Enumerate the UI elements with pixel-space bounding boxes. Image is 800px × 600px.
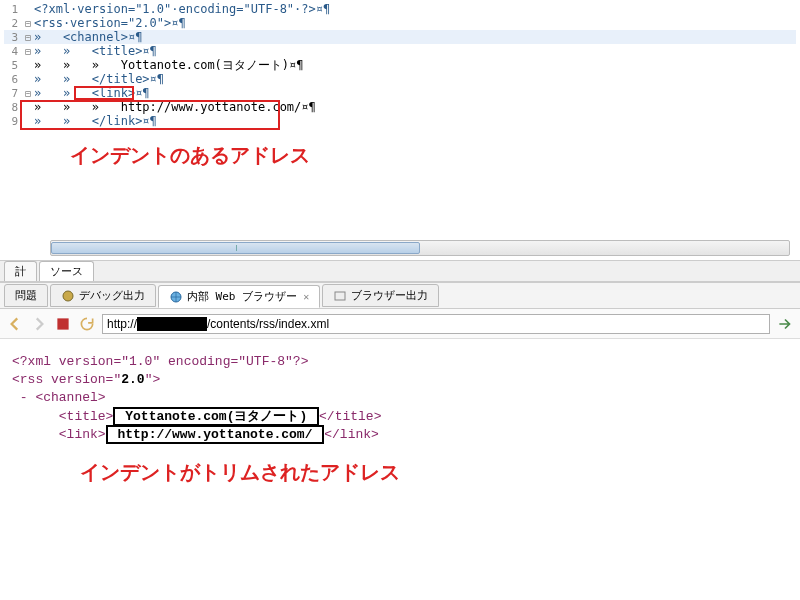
line-number: 7 bbox=[4, 87, 22, 100]
tab-label: 問題 bbox=[15, 288, 37, 303]
tab-label: デバッグ出力 bbox=[79, 288, 145, 303]
line-number: 8 bbox=[4, 101, 22, 114]
boxed-link: http://www.yottanote.com/ bbox=[106, 425, 325, 444]
bc-text: - <channel> bbox=[12, 390, 106, 405]
annotation-trimmed-address: インデントがトリムされたアドレス bbox=[80, 459, 400, 486]
code-area[interactable]: 1<?xml·version="1.0"·encoding="UTF-8"·?>… bbox=[0, 0, 800, 130]
refresh-button[interactable] bbox=[78, 315, 96, 333]
bottom-view-tabs: 問題 デバッグ出力 内部 Web ブラウザー ✕ ブラウザー出力 bbox=[0, 283, 800, 309]
back-button[interactable] bbox=[6, 315, 24, 333]
scrollbar-thumb[interactable] bbox=[51, 242, 420, 254]
url-prefix: http:// bbox=[107, 317, 137, 331]
code-text: <?xml·version="1.0"·encoding="UTF-8"·?>¤… bbox=[34, 2, 330, 16]
line-number: 9 bbox=[4, 115, 22, 128]
svg-rect-3 bbox=[57, 318, 68, 329]
tab-debug-output[interactable]: デバッグ出力 bbox=[50, 284, 156, 307]
url-redacted bbox=[137, 317, 207, 331]
code-text: <rss·version="2.0">¤¶ bbox=[34, 16, 186, 30]
lower-pane: 問題 デバッグ出力 内部 Web ブラウザー ✕ ブラウザー出力 http://… bbox=[0, 282, 800, 458]
url-suffix: /contents/rss/index.xml bbox=[207, 317, 329, 331]
forward-button[interactable] bbox=[30, 315, 48, 333]
stop-button[interactable] bbox=[54, 315, 72, 333]
line-number: 1 bbox=[4, 3, 22, 16]
svg-rect-2 bbox=[335, 292, 345, 300]
browser-content: <?xml version="1.0" encoding="UTF-8"?> <… bbox=[0, 339, 800, 458]
line-number: 6 bbox=[4, 73, 22, 86]
bc-text: <link> bbox=[12, 427, 106, 442]
bc-text: "> bbox=[145, 372, 161, 387]
line-number: 4 bbox=[4, 45, 22, 58]
code-text: » » » Yottanote.com(ヨタノート)¤¶ bbox=[34, 57, 304, 74]
tab-source[interactable]: ソース bbox=[39, 261, 94, 281]
fold-toggle[interactable]: ⊟ bbox=[22, 46, 34, 57]
line-number: 3 bbox=[4, 31, 22, 44]
url-input[interactable]: http:///contents/rss/index.xml bbox=[102, 314, 770, 334]
fold-toggle[interactable]: ⊟ bbox=[22, 18, 34, 29]
bc-text: <rss version=" bbox=[12, 372, 121, 387]
tab-design-truncated[interactable]: 計 bbox=[4, 261, 37, 281]
debug-icon bbox=[61, 289, 75, 303]
horizontal-scrollbar[interactable] bbox=[50, 240, 790, 256]
code-text: » » </title>¤¶ bbox=[34, 72, 164, 86]
xml-editor-pane: 1<?xml·version="1.0"·encoding="UTF-8"·?>… bbox=[0, 0, 800, 260]
code-text: » » </link>¤¶ bbox=[34, 114, 157, 128]
line-number: 5 bbox=[4, 59, 22, 72]
fold-toggle[interactable]: ⊟ bbox=[22, 88, 34, 99]
output-icon bbox=[333, 289, 347, 303]
editor-view-tabs: 計 ソース bbox=[0, 260, 800, 282]
annotation-indented-address: インデントのあるアドレス bbox=[70, 142, 310, 169]
fold-toggle[interactable]: ⊟ bbox=[22, 32, 34, 43]
tab-label: ブラウザー出力 bbox=[351, 288, 428, 303]
tab-internal-browser[interactable]: 内部 Web ブラウザー ✕ bbox=[158, 285, 320, 308]
code-text: » » » http://www.yottanote.com/¤¶ bbox=[34, 100, 316, 114]
close-icon[interactable]: ✕ bbox=[303, 291, 309, 302]
tab-problems[interactable]: 問題 bbox=[4, 284, 48, 307]
go-button[interactable] bbox=[776, 315, 794, 333]
bc-text: <?xml version="1.0" encoding="UTF-8"?> bbox=[12, 354, 308, 369]
svg-point-0 bbox=[63, 291, 73, 301]
line-number: 2 bbox=[4, 17, 22, 30]
bc-text: 2.0 bbox=[121, 372, 144, 387]
code-text: » <channel>¤¶ bbox=[34, 30, 142, 44]
tab-label: 内部 Web ブラウザー bbox=[187, 289, 297, 304]
browser-toolbar: http:///contents/rss/index.xml bbox=[0, 309, 800, 339]
bc-text: </link> bbox=[324, 427, 379, 442]
bc-text: </title> bbox=[319, 409, 381, 424]
bc-text: <title> bbox=[12, 409, 113, 424]
globe-icon bbox=[169, 290, 183, 304]
tab-browser-output[interactable]: ブラウザー出力 bbox=[322, 284, 439, 307]
code-text: » » <link>¤¶ bbox=[34, 86, 150, 100]
boxed-title: Yottanote.com(ヨタノート) bbox=[113, 407, 319, 426]
